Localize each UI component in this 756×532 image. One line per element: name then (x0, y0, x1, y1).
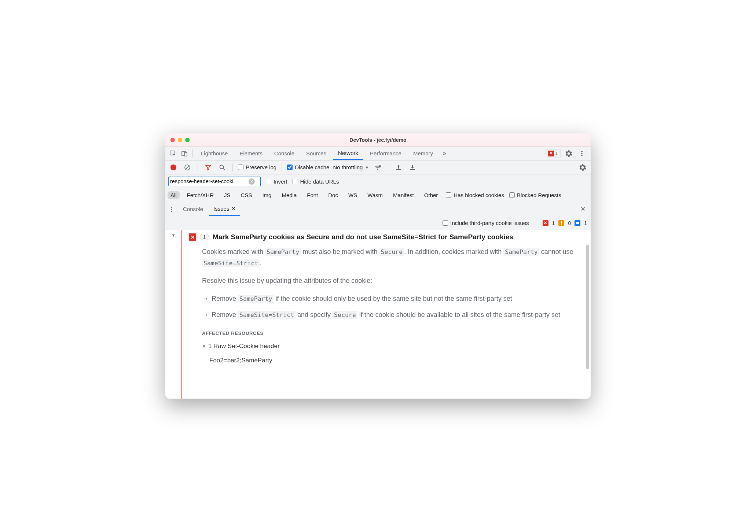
device-toolbar-icon[interactable] (179, 148, 190, 159)
type-filter-wasm[interactable]: Wasm (364, 191, 386, 199)
type-filter-row: All Fetch/XHR JS CSS Img Media Font Doc … (165, 188, 591, 202)
tab-sources[interactable]: Sources (301, 147, 331, 160)
close-tab-icon[interactable]: ✕ (231, 206, 236, 211)
separator (192, 149, 193, 158)
type-filter-js[interactable]: JS (221, 191, 234, 199)
type-filter-fetchxhr[interactable]: Fetch/XHR (184, 191, 217, 199)
svg-point-8 (220, 165, 224, 169)
collapse-icon[interactable]: ▼ (172, 233, 176, 237)
issue-main: ✕ 1 Mark SameParty cookies as Secure and… (181, 230, 591, 399)
drawer-tab-issues[interactable]: Issues ✕ (209, 202, 240, 216)
type-filter-media[interactable]: Media (279, 191, 300, 199)
main-tabs: Lighthouse Elements Console Sources Netw… (196, 147, 544, 160)
throttling-label: No throttling (333, 164, 363, 170)
type-filter-ws[interactable]: WS (345, 191, 360, 199)
code-sameparty: SameParty (503, 248, 539, 256)
filter-row: ✕ Invert Hide data URLs (165, 174, 591, 188)
separator (198, 163, 198, 171)
more-tabs-icon[interactable]: » (440, 149, 449, 157)
include-third-party-checkbox[interactable]: Include third-party cookie issues (443, 220, 529, 226)
clear-icon[interactable] (182, 162, 192, 173)
issue-description: Cookies marked with SameParty must also … (189, 246, 583, 366)
disable-cache-checkbox[interactable]: Disable cache (287, 164, 329, 170)
hide-data-urls-label: Hide data URLs (300, 178, 339, 185)
blocked-requests-label: Blocked Requests (517, 192, 561, 198)
drawer-kebab-icon[interactable] (166, 206, 177, 213)
drawer-tab-console[interactable]: Console (179, 202, 208, 216)
scrollbar-thumb[interactable] (586, 245, 589, 369)
code-samesite-strict: SameSite=Strict (202, 259, 260, 267)
network-conditions-icon[interactable] (373, 162, 383, 173)
arrow-icon: → (202, 293, 209, 304)
svg-point-4 (581, 153, 583, 154)
filter-input[interactable] (170, 178, 247, 184)
issue-title: Mark SameParty cookies as Secure and do … (213, 233, 513, 241)
main-toolbar: Lighthouse Elements Console Sources Netw… (165, 147, 591, 160)
collapse-icon[interactable]: ▼ (202, 343, 206, 350)
record-button[interactable] (168, 162, 179, 173)
issue-count-pill: 1 (200, 234, 209, 240)
affected-resource-row[interactable]: ▼ 1 Raw Set-Cookie header (202, 341, 583, 352)
throttling-dropdown[interactable]: No throttling ▼ (333, 164, 369, 170)
error-indicator[interactable]: ✕ 1 (546, 149, 561, 158)
tab-network[interactable]: Network (333, 147, 363, 160)
search-icon[interactable] (217, 162, 227, 173)
filter-funnel-icon[interactable] (203, 162, 213, 173)
preserve-log-label: Preserve log (246, 164, 276, 170)
devtools-window: DevTools - jec.fyi/demo Lighthouse Eleme… (165, 133, 591, 399)
has-blocked-cookies-checkbox[interactable]: Has blocked cookies (446, 192, 504, 198)
issue-gutter: ▼ (165, 230, 181, 399)
error-x-icon: ✕ (548, 151, 554, 156)
type-filter-doc[interactable]: Doc (325, 191, 341, 199)
affected-resource-label: 1 Raw Set-Cookie header (208, 341, 280, 352)
separator (536, 219, 536, 227)
svg-line-7 (186, 166, 189, 169)
issue-counts: ✕ 1 ! 0 1 (543, 220, 587, 226)
kebab-menu-icon[interactable] (577, 148, 587, 159)
affected-resources-heading: AFFECTED RESOURCES (202, 329, 583, 337)
tab-performance[interactable]: Performance (365, 147, 407, 160)
type-filter-other[interactable]: Other (421, 191, 441, 199)
network-settings-gear-icon[interactable] (577, 162, 588, 173)
issues-warning-count: 0 (568, 220, 571, 226)
clear-filter-icon[interactable]: ✕ (249, 178, 255, 185)
svg-point-5 (581, 155, 583, 156)
network-toolbar: Preserve log Disable cache No throttling… (165, 160, 591, 174)
issue-header[interactable]: ✕ 1 Mark SameParty cookies as Secure and… (189, 233, 583, 241)
resolution-step-2: → Remove SameSite=Strict and specify Sec… (202, 309, 583, 321)
tab-elements[interactable]: Elements (234, 147, 268, 160)
svg-point-10 (377, 169, 378, 170)
type-filter-all[interactable]: All (168, 191, 180, 199)
svg-point-15 (171, 208, 172, 210)
invert-checkbox[interactable]: Invert (266, 178, 287, 185)
issues-options-bar: Include third-party cookie issues ✕ 1 ! … (165, 216, 591, 230)
type-filter-manifest[interactable]: Manifest (390, 191, 417, 199)
svg-rect-2 (184, 152, 187, 156)
preserve-log-checkbox[interactable]: Preserve log (238, 164, 276, 170)
separator (232, 163, 233, 171)
blocked-requests-checkbox[interactable]: Blocked Requests (509, 192, 561, 198)
tab-console[interactable]: Console (269, 147, 300, 160)
invert-label: Invert (274, 178, 287, 185)
download-har-icon[interactable] (407, 162, 418, 173)
window-title: DevTools - jec.fyi/demo (165, 137, 591, 143)
type-filter-font[interactable]: Font (304, 191, 321, 199)
drawer-tabs: Console Issues ✕ ✕ (165, 202, 591, 216)
tab-memory[interactable]: Memory (408, 147, 438, 160)
tab-lighthouse[interactable]: Lighthouse (196, 147, 233, 160)
drawer-close-icon[interactable]: ✕ (576, 205, 590, 213)
code-samesite-strict: SameSite=Strict (238, 311, 296, 319)
filter-input-wrapper[interactable]: ✕ (168, 177, 261, 186)
type-filter-img[interactable]: Img (259, 191, 274, 199)
titlebar: DevTools - jec.fyi/demo (165, 133, 591, 147)
svg-point-16 (171, 210, 172, 211)
inspect-element-icon[interactable] (168, 148, 178, 159)
arrow-icon: → (202, 309, 209, 321)
svg-rect-12 (396, 169, 401, 170)
svg-point-3 (581, 151, 583, 152)
settings-gear-icon[interactable] (564, 148, 574, 159)
hide-data-urls-checkbox[interactable]: Hide data URLs (293, 178, 339, 185)
type-filter-css[interactable]: CSS (238, 191, 255, 199)
issues-body: ▼ ✕ 1 Mark SameParty cookies as Secure a… (165, 230, 591, 399)
upload-har-icon[interactable] (393, 162, 404, 173)
